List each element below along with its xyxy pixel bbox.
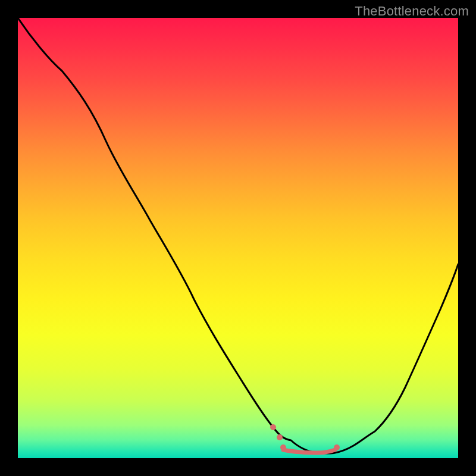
marker-dot [334, 444, 340, 450]
marker-dot [280, 444, 286, 450]
watermark-text: TheBottleneck.com [355, 4, 469, 19]
bottleneck-curve [18, 18, 458, 453]
curve-layer [18, 18, 458, 458]
marker-dot [270, 424, 276, 430]
marker-dot [277, 434, 283, 440]
chart-frame: TheBottleneck.com [0, 0, 476, 476]
plot-area [18, 18, 458, 458]
